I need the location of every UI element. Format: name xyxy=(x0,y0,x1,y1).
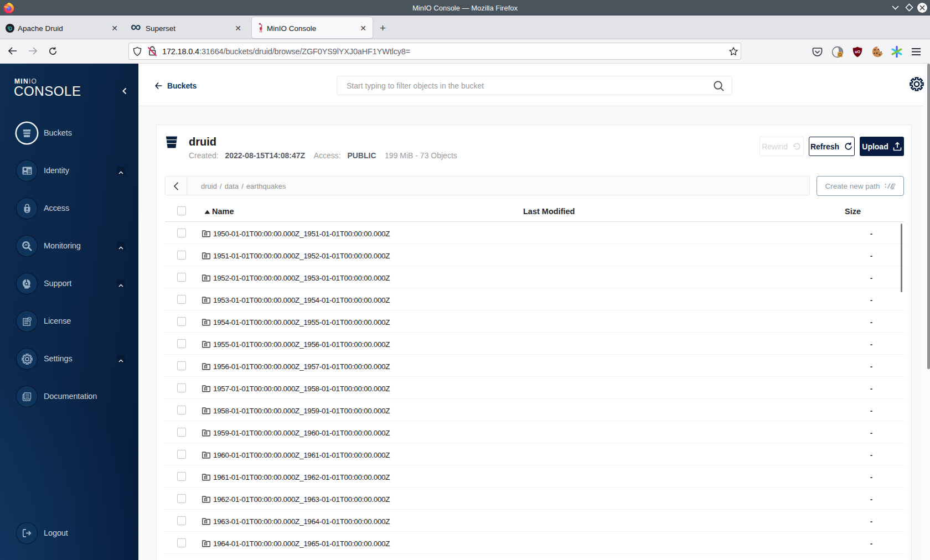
svg-text:uO: uO xyxy=(855,50,860,54)
